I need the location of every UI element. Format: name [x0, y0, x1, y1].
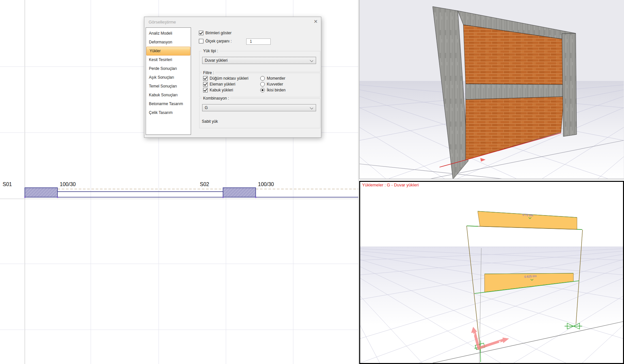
both-radio-label: İkisi birden	[267, 88, 285, 92]
shell-loads-label: Kabuk yükleri	[210, 88, 233, 92]
element-loads-row: Eleman yükleri	[203, 82, 235, 87]
list-item-temel-sonuclari[interactable]: Temel Sonuçları	[146, 82, 191, 91]
chevron-down-icon	[310, 106, 313, 109]
axis-y-label: Y	[473, 333, 475, 337]
shell-loads-row: Kabuk yükleri	[203, 88, 233, 92]
filter-group: Filtre : Düğüm noktası yükleri Eleman yü…	[199, 73, 320, 97]
node-loads-row: Düğüm noktası yükleri	[203, 76, 248, 81]
scale-checkbox-row: Ölçek çarpanı :	[199, 39, 232, 43]
column-s02-label: S02	[200, 182, 209, 187]
loadtype-value: Duvar yükleri	[205, 58, 228, 63]
close-icon[interactable]: ✕	[313, 19, 318, 24]
column-s01-label: S01	[3, 182, 12, 187]
forces-radio[interactable]	[260, 82, 265, 87]
shell-loads-checkbox[interactable]	[203, 88, 208, 92]
moments-radio-label: Momentler	[267, 76, 285, 81]
render-3d-canvas	[360, 0, 624, 179]
application-window: S01 100/30 S02 100/30	[0, 0, 624, 364]
load-upper-value: 0.75 t/m	[522, 213, 533, 217]
element-loads-label: Eleman yükleri	[210, 82, 235, 87]
wall-right-column	[562, 33, 577, 136]
axis-x-label: X	[499, 340, 501, 344]
load-3d-viewport[interactable]: Yüklemeler : G - Duvar yükleri	[359, 181, 624, 364]
dialog-title[interactable]: Görselleştirme	[149, 20, 176, 24]
both-radio-row: İkisi birden	[260, 88, 285, 92]
checkmark-icon	[203, 76, 207, 80]
combination-value: G	[205, 105, 208, 110]
forces-radio-label: Kuvvetler	[267, 82, 283, 87]
list-item-kesit-tesirleri[interactable]: Kesit Tesirleri	[146, 55, 191, 64]
list-item-celik-tasarim[interactable]: Çelik Tasarım	[146, 108, 191, 117]
load-3d-canvas: 0.75 t/m 0.625 t/m	[360, 182, 623, 363]
list-item-betonarme-tasarim[interactable]: Betonarme Tasarım	[146, 100, 191, 108]
loadtype-dropdown[interactable]: Duvar yükleri	[202, 57, 316, 64]
combination-group: Kombinasyon : G	[199, 98, 320, 128]
beam-lines[interactable]	[57, 189, 358, 197]
category-list: Analiz Modeli Deformasyon Yükler Kesit T…	[146, 27, 191, 135]
filter-group-label: Filtre :	[202, 71, 215, 75]
list-item-perde-sonuclari[interactable]: Perde Sonuçları	[146, 64, 191, 73]
units-checkbox[interactable]	[199, 31, 203, 35]
moments-radio-row: Momentler	[260, 76, 285, 81]
combination-group-label: Kombinasyon :	[202, 96, 230, 101]
combination-dropdown[interactable]: G	[202, 104, 316, 111]
list-item-deformasyon[interactable]: Deformasyon	[146, 38, 191, 47]
list-item-kabuk-sonuclari[interactable]: Kabuk Sonuçları	[146, 91, 191, 100]
node-loads-label: Düğüm noktası yükleri	[210, 76, 248, 81]
units-checkbox-label: Birimleri göster	[205, 31, 232, 35]
load-view-caption: Yüklemeler : G - Duvar yükleri	[362, 182, 419, 187]
column-s02[interactable]	[223, 188, 257, 198]
column-s02-dimension: 100/30	[258, 182, 274, 187]
list-item-yukler[interactable]: Yükler	[146, 47, 190, 55]
checkmark-icon	[199, 31, 203, 35]
units-checkbox-row: Birimleri göster	[199, 31, 232, 35]
render-3d-viewport[interactable]	[359, 0, 624, 179]
checkmark-icon	[203, 88, 207, 92]
scale-factor-input[interactable]: 1	[246, 39, 271, 45]
both-radio[interactable]	[260, 88, 265, 92]
element-loads-checkbox[interactable]	[203, 82, 208, 87]
scale-checkbox[interactable]	[199, 39, 203, 43]
checkmark-icon	[203, 82, 207, 86]
chevron-down-icon	[310, 59, 313, 62]
radio-dot-icon	[262, 89, 264, 91]
scale-checkbox-label: Ölçek çarpanı :	[205, 39, 232, 43]
list-item-analiz-modeli[interactable]: Analiz Modeli	[146, 29, 191, 38]
forces-radio-row: Kuvvetler	[260, 82, 283, 87]
list-item-asik-sonuclari[interactable]: Aşık Sonuçları	[146, 73, 191, 82]
loadtype-group-label: Yük tipi :	[202, 49, 219, 53]
loadtype-group: Yük tipi : Duvar yükleri	[199, 51, 320, 72]
column-s01-dimension: 100/30	[60, 182, 76, 187]
column-s01[interactable]	[24, 188, 58, 198]
combination-description: Sabit yük	[202, 119, 218, 124]
moments-radio[interactable]	[260, 76, 265, 81]
visualization-dialog: Görselleştirme ✕ Analiz Modeli Deformasy…	[144, 17, 321, 138]
node-loads-checkbox[interactable]	[203, 76, 208, 81]
